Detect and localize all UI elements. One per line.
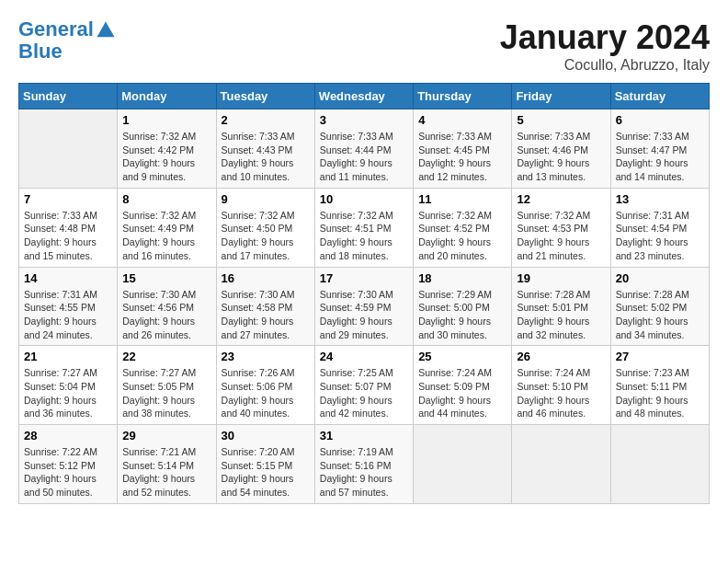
calendar-cell <box>610 425 709 504</box>
weekday-header-tuesday: Tuesday <box>216 84 314 109</box>
day-info: Sunrise: 7:27 AMSunset: 5:05 PMDaylight:… <box>122 366 210 420</box>
svg-marker-0 <box>97 22 114 38</box>
day-number: 15 <box>122 271 210 285</box>
calendar-cell: 30Sunrise: 7:20 AMSunset: 5:15 PMDayligh… <box>216 425 314 504</box>
calendar-cell: 12Sunrise: 7:32 AMSunset: 4:53 PMDayligh… <box>512 188 610 267</box>
calendar-cell: 23Sunrise: 7:26 AMSunset: 5:06 PMDayligh… <box>216 346 314 425</box>
calendar-cell: 17Sunrise: 7:30 AMSunset: 4:59 PMDayligh… <box>314 267 413 346</box>
calendar-week-5: 28Sunrise: 7:22 AMSunset: 5:12 PMDayligh… <box>19 425 710 504</box>
weekday-header-sunday: Sunday <box>19 84 118 109</box>
day-info: Sunrise: 7:30 AMSunset: 4:59 PMDaylight:… <box>320 288 408 342</box>
calendar-subtitle: Cocullo, Abruzzo, Italy <box>500 57 710 74</box>
day-info: Sunrise: 7:25 AMSunset: 5:07 PMDaylight:… <box>320 366 408 420</box>
day-number: 20 <box>616 271 704 285</box>
calendar-cell: 9Sunrise: 7:32 AMSunset: 4:50 PMDaylight… <box>216 188 314 267</box>
day-number: 2 <box>222 113 310 127</box>
logo-icon <box>96 20 116 40</box>
calendar-title: January 2024 <box>500 18 710 57</box>
day-info: Sunrise: 7:29 AMSunset: 5:00 PMDaylight:… <box>418 288 506 342</box>
calendar-cell: 7Sunrise: 7:33 AMSunset: 4:48 PMDaylight… <box>19 188 118 267</box>
day-info: Sunrise: 7:32 AMSunset: 4:53 PMDaylight:… <box>517 209 605 263</box>
calendar-cell: 16Sunrise: 7:30 AMSunset: 4:58 PMDayligh… <box>216 267 314 346</box>
day-number: 8 <box>122 192 210 206</box>
day-info: Sunrise: 7:32 AMSunset: 4:49 PMDaylight:… <box>122 209 210 263</box>
day-number: 6 <box>616 113 704 127</box>
day-info: Sunrise: 7:31 AMSunset: 4:54 PMDaylight:… <box>616 209 704 263</box>
day-info: Sunrise: 7:23 AMSunset: 5:11 PMDaylight:… <box>616 366 704 420</box>
calendar-cell: 3Sunrise: 7:33 AMSunset: 4:44 PMDaylight… <box>314 109 413 189</box>
day-info: Sunrise: 7:32 AMSunset: 4:52 PMDaylight:… <box>418 209 506 263</box>
calendar-cell: 21Sunrise: 7:27 AMSunset: 5:04 PMDayligh… <box>19 346 118 425</box>
day-info: Sunrise: 7:19 AMSunset: 5:16 PMDaylight:… <box>320 445 408 500</box>
calendar-cell <box>19 109 118 189</box>
calendar-cell: 24Sunrise: 7:25 AMSunset: 5:07 PMDayligh… <box>314 346 413 425</box>
calendar-cell: 15Sunrise: 7:30 AMSunset: 4:56 PMDayligh… <box>118 267 216 346</box>
calendar-cell: 2Sunrise: 7:33 AMSunset: 4:43 PMDaylight… <box>216 109 314 189</box>
calendar-cell: 5Sunrise: 7:33 AMSunset: 4:46 PMDaylight… <box>512 109 610 189</box>
day-number: 28 <box>24 429 112 442</box>
day-number: 14 <box>24 271 112 285</box>
day-number: 17 <box>320 271 408 285</box>
day-number: 22 <box>122 350 210 363</box>
day-info: Sunrise: 7:33 AMSunset: 4:44 PMDaylight:… <box>320 130 408 184</box>
day-number: 26 <box>517 350 605 363</box>
day-info: Sunrise: 7:28 AMSunset: 5:01 PMDaylight:… <box>517 288 605 342</box>
day-number: 9 <box>222 192 310 206</box>
day-info: Sunrise: 7:30 AMSunset: 4:56 PMDaylight:… <box>122 288 210 342</box>
day-info: Sunrise: 7:24 AMSunset: 5:10 PMDaylight:… <box>517 366 605 420</box>
day-number: 7 <box>24 192 112 206</box>
calendar-cell <box>414 425 512 504</box>
calendar-cell: 19Sunrise: 7:28 AMSunset: 5:01 PMDayligh… <box>512 267 610 346</box>
day-number: 10 <box>320 192 408 206</box>
day-number: 16 <box>222 271 310 285</box>
day-info: Sunrise: 7:33 AMSunset: 4:47 PMDaylight:… <box>616 130 704 184</box>
day-info: Sunrise: 7:20 AMSunset: 5:15 PMDaylight:… <box>222 445 310 500</box>
day-number: 18 <box>418 271 506 285</box>
day-info: Sunrise: 7:32 AMSunset: 4:51 PMDaylight:… <box>320 209 408 263</box>
header: General Blue January 2024 Cocullo, Abruz… <box>18 18 710 74</box>
calendar-cell: 8Sunrise: 7:32 AMSunset: 4:49 PMDaylight… <box>118 188 216 267</box>
day-info: Sunrise: 7:24 AMSunset: 5:09 PMDaylight:… <box>418 366 506 420</box>
calendar-week-4: 21Sunrise: 7:27 AMSunset: 5:04 PMDayligh… <box>19 346 710 425</box>
weekday-header-monday: Monday <box>118 84 216 109</box>
calendar-cell: 25Sunrise: 7:24 AMSunset: 5:09 PMDayligh… <box>414 346 512 425</box>
calendar-cell: 28Sunrise: 7:22 AMSunset: 5:12 PMDayligh… <box>19 425 118 504</box>
calendar-body: 1Sunrise: 7:32 AMSunset: 4:42 PMDaylight… <box>19 109 710 504</box>
day-number: 3 <box>320 113 408 127</box>
day-info: Sunrise: 7:33 AMSunset: 4:45 PMDaylight:… <box>418 130 506 184</box>
day-number: 13 <box>616 192 704 206</box>
weekday-header-wednesday: Wednesday <box>314 84 413 109</box>
calendar-cell <box>512 425 610 504</box>
day-number: 5 <box>517 113 605 127</box>
day-info: Sunrise: 7:32 AMSunset: 4:42 PMDaylight:… <box>122 130 210 184</box>
day-number: 23 <box>222 350 310 363</box>
day-info: Sunrise: 7:33 AMSunset: 4:46 PMDaylight:… <box>517 130 605 184</box>
day-info: Sunrise: 7:31 AMSunset: 4:55 PMDaylight:… <box>24 288 112 342</box>
calendar-cell: 27Sunrise: 7:23 AMSunset: 5:11 PMDayligh… <box>610 346 709 425</box>
day-info: Sunrise: 7:30 AMSunset: 4:58 PMDaylight:… <box>222 288 310 342</box>
day-info: Sunrise: 7:26 AMSunset: 5:06 PMDaylight:… <box>222 366 310 420</box>
title-area: January 2024 Cocullo, Abruzzo, Italy <box>500 18 710 74</box>
day-number: 31 <box>320 429 408 442</box>
day-number: 24 <box>320 350 408 363</box>
calendar-week-3: 14Sunrise: 7:31 AMSunset: 4:55 PMDayligh… <box>19 267 710 346</box>
day-number: 12 <box>517 192 605 206</box>
calendar-cell: 26Sunrise: 7:24 AMSunset: 5:10 PMDayligh… <box>512 346 610 425</box>
calendar-cell: 14Sunrise: 7:31 AMSunset: 4:55 PMDayligh… <box>19 267 118 346</box>
logo-line1: General <box>18 17 94 40</box>
day-number: 30 <box>222 429 310 442</box>
day-info: Sunrise: 7:33 AMSunset: 4:48 PMDaylight:… <box>24 209 112 263</box>
day-number: 29 <box>122 429 210 442</box>
weekday-header-friday: Friday <box>512 84 610 109</box>
day-info: Sunrise: 7:33 AMSunset: 4:43 PMDaylight:… <box>222 130 310 184</box>
calendar-cell: 20Sunrise: 7:28 AMSunset: 5:02 PMDayligh… <box>610 267 709 346</box>
weekday-header-thursday: Thursday <box>414 84 512 109</box>
calendar-cell: 31Sunrise: 7:19 AMSunset: 5:16 PMDayligh… <box>314 425 413 504</box>
day-number: 19 <box>517 271 605 285</box>
calendar-cell: 13Sunrise: 7:31 AMSunset: 4:54 PMDayligh… <box>610 188 709 267</box>
day-info: Sunrise: 7:32 AMSunset: 4:50 PMDaylight:… <box>222 209 310 263</box>
calendar-cell: 18Sunrise: 7:29 AMSunset: 5:00 PMDayligh… <box>414 267 512 346</box>
calendar-cell: 10Sunrise: 7:32 AMSunset: 4:51 PMDayligh… <box>314 188 413 267</box>
day-number: 11 <box>418 192 506 206</box>
calendar-cell: 22Sunrise: 7:27 AMSunset: 5:05 PMDayligh… <box>118 346 216 425</box>
